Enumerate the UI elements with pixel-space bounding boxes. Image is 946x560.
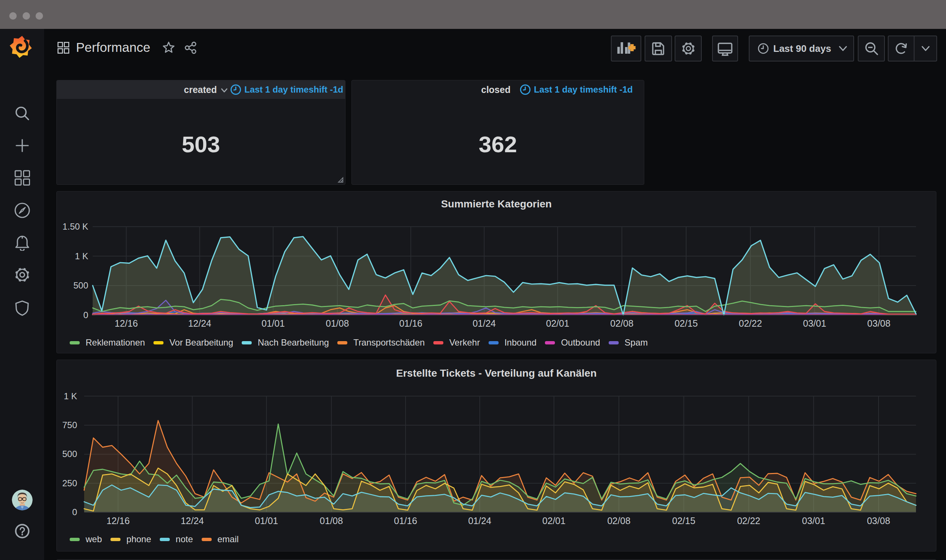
- svg-text:0: 0: [72, 507, 77, 517]
- svg-text:500: 500: [73, 280, 88, 290]
- svg-text:01/16: 01/16: [394, 515, 417, 526]
- svg-text:02/22: 02/22: [737, 515, 760, 526]
- svg-text:1 K: 1 K: [75, 251, 88, 261]
- svg-text:03/01: 03/01: [803, 318, 826, 329]
- svg-text:12/16: 12/16: [106, 515, 130, 526]
- svg-text:12/16: 12/16: [114, 318, 138, 329]
- svg-text:03/01: 03/01: [802, 515, 826, 526]
- svg-text:500: 500: [62, 449, 77, 459]
- svg-text:02/01: 02/01: [546, 318, 569, 329]
- svg-text:1.50 K: 1.50 K: [63, 222, 88, 231]
- svg-text:02/15: 02/15: [672, 515, 695, 526]
- svg-text:01/01: 01/01: [262, 318, 285, 329]
- svg-text:750: 750: [62, 420, 77, 430]
- svg-text:02/01: 02/01: [542, 515, 566, 526]
- svg-text:03/08: 03/08: [867, 318, 891, 329]
- svg-text:01/01: 01/01: [255, 515, 278, 526]
- svg-text:02/15: 02/15: [674, 318, 698, 329]
- svg-text:01/24: 01/24: [473, 318, 496, 329]
- svg-text:12/24: 12/24: [188, 318, 211, 329]
- svg-text:02/08: 02/08: [607, 515, 631, 526]
- svg-text:01/08: 01/08: [326, 318, 349, 329]
- svg-text:02/22: 02/22: [739, 318, 762, 329]
- svg-text:01/16: 01/16: [399, 318, 423, 329]
- svg-text:12/24: 12/24: [181, 515, 204, 526]
- svg-text:02/08: 02/08: [610, 318, 634, 329]
- svg-text:03/08: 03/08: [867, 515, 890, 526]
- svg-text:0: 0: [83, 310, 88, 320]
- svg-text:01/08: 01/08: [320, 515, 343, 526]
- svg-text:01/24: 01/24: [468, 515, 492, 526]
- svg-text:250: 250: [62, 478, 77, 488]
- svg-text:1 K: 1 K: [64, 391, 77, 401]
